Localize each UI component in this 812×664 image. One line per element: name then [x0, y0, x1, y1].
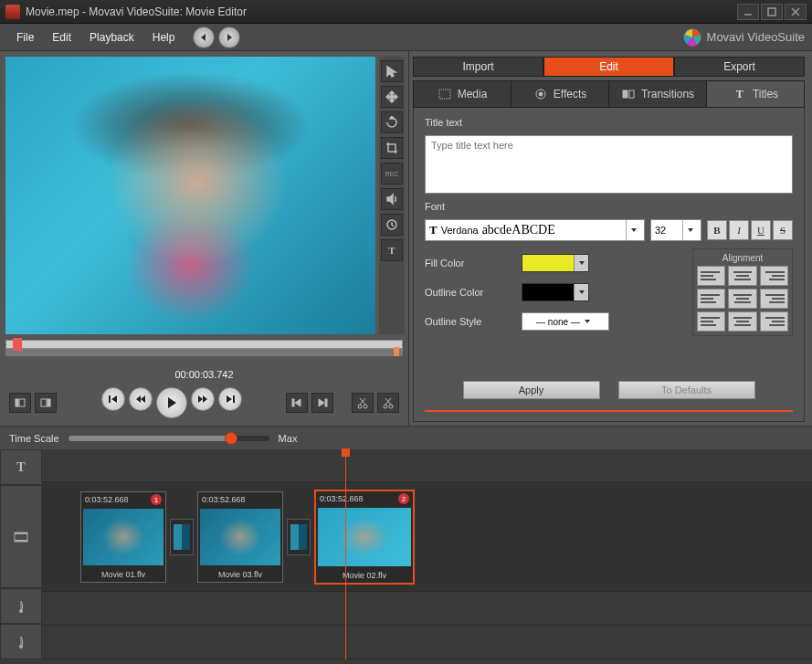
media-icon: [438, 87, 452, 101]
tab-import[interactable]: Import: [413, 57, 543, 77]
in-marker-icon[interactable]: [13, 338, 22, 351]
fill-color-swatch: [522, 255, 574, 271]
goto-start-button[interactable]: [101, 387, 125, 411]
underline-button[interactable]: U: [751, 220, 771, 240]
track-audio1-header[interactable]: [0, 588, 42, 624]
menu-edit[interactable]: Edit: [43, 27, 80, 47]
align-mid-left[interactable]: [697, 289, 725, 309]
svg-rect-12: [292, 399, 294, 406]
clip-thumbnail: [318, 508, 411, 566]
close-button[interactable]: [785, 4, 807, 20]
outline-style-value: — none —: [536, 317, 580, 327]
timescale-slider[interactable]: [69, 436, 269, 441]
tab-edit[interactable]: Edit: [543, 57, 674, 77]
duration-tool-icon[interactable]: [381, 214, 403, 236]
align-mid-right[interactable]: [760, 289, 788, 309]
crop-tool-icon[interactable]: [381, 137, 403, 159]
preview-frame: [5, 57, 375, 334]
menu-playback[interactable]: Playback: [80, 27, 143, 47]
preview-scrubber[interactable]: [5, 340, 403, 367]
brand: Movavi VideoSuite: [683, 28, 805, 47]
font-family-select[interactable]: T Verdana abcdeABCDE: [425, 219, 645, 241]
timeline-area[interactable]: 0:03:52.6681 Movie 01.flv 0:03:52.668 Mo…: [42, 449, 812, 659]
goto-end-button[interactable]: [218, 387, 242, 411]
dropdown-arrow-icon: [682, 220, 697, 240]
svg-rect-7: [19, 399, 25, 406]
clip-name: Movie 02.flv: [316, 568, 413, 583]
align-bot-right[interactable]: [760, 311, 788, 332]
clip-2[interactable]: 0:03:52.668 Movie 03.flv: [197, 491, 283, 583]
align-top-center[interactable]: [728, 266, 756, 286]
title-text-label: Title text: [425, 117, 793, 128]
subtab-media-label: Media: [458, 88, 488, 100]
track-title-header[interactable]: T: [0, 449, 42, 485]
preview-viewport[interactable]: [5, 57, 375, 334]
align-bot-left[interactable]: [697, 311, 725, 332]
outline-style-select[interactable]: — none —: [522, 312, 609, 331]
svg-rect-10: [109, 395, 111, 403]
apply-button[interactable]: Apply: [463, 381, 600, 399]
dropdown-arrow-icon: [574, 284, 588, 300]
subtab-media[interactable]: Media: [414, 81, 511, 107]
fill-color-picker[interactable]: [522, 254, 589, 272]
track-audio2-header[interactable]: [0, 624, 42, 659]
font-glyph-icon: T: [429, 223, 438, 237]
font-size-select[interactable]: 32: [650, 219, 701, 241]
clip-name: Movie 01.flv: [81, 567, 165, 582]
cut-button[interactable]: [377, 393, 399, 413]
step-back-button[interactable]: [129, 387, 153, 411]
svg-rect-1: [768, 8, 775, 16]
rotate-tool-icon[interactable]: [381, 111, 403, 133]
split-button[interactable]: [352, 393, 374, 413]
transition-2[interactable]: [287, 519, 311, 555]
italic-button[interactable]: I: [729, 220, 749, 240]
svg-rect-22: [629, 90, 634, 98]
align-mid-center[interactable]: [728, 289, 756, 309]
text-tool-icon[interactable]: T: [381, 239, 403, 261]
subtab-transitions[interactable]: Transitions: [609, 81, 707, 107]
redo-button[interactable]: [218, 26, 240, 48]
step-forward-button[interactable]: [191, 387, 215, 411]
play-button[interactable]: [156, 387, 187, 418]
mark-out-button[interactable]: [35, 393, 57, 413]
playhead[interactable]: [345, 449, 346, 659]
outline-color-picker[interactable]: [522, 283, 589, 301]
prev-frame-button[interactable]: [286, 393, 308, 413]
strikethrough-button[interactable]: S: [773, 220, 793, 240]
align-bot-center[interactable]: [728, 311, 756, 332]
mark-in-button[interactable]: [9, 393, 31, 413]
align-top-left[interactable]: [697, 266, 725, 286]
align-top-right[interactable]: [760, 266, 788, 286]
dropdown-arrow-icon: [580, 311, 595, 332]
svg-point-20: [539, 92, 543, 96]
record-tool-icon[interactable]: REC: [381, 163, 403, 184]
next-frame-button[interactable]: [311, 393, 333, 413]
minimize-button[interactable]: [737, 4, 759, 20]
slider-knob-icon[interactable]: [225, 432, 237, 445]
clip-3[interactable]: 0:03:52.6682 Movie 02.flv: [314, 490, 415, 585]
to-defaults-button[interactable]: To Defaults: [618, 381, 755, 399]
transition-1[interactable]: [170, 519, 194, 555]
outline-style-label: Outline Style: [425, 316, 512, 327]
out-marker-icon[interactable]: [394, 347, 399, 356]
menu-help[interactable]: Help: [143, 27, 185, 47]
svg-point-26: [19, 609, 23, 613]
move-tool-icon[interactable]: [381, 86, 403, 108]
subtab-titles[interactable]: TTitles: [707, 81, 804, 107]
track-video-header[interactable]: [0, 485, 42, 588]
clip-1[interactable]: 0:03:52.6681 Movie 01.flv: [80, 491, 166, 583]
tab-export[interactable]: Export: [674, 57, 805, 77]
clip-time: 0:03:52.668: [202, 495, 246, 504]
bold-button[interactable]: B: [707, 220, 727, 240]
pointer-tool-icon[interactable]: [381, 60, 403, 82]
svg-point-15: [364, 405, 367, 408]
maximize-button[interactable]: [761, 4, 783, 20]
dropdown-arrow-icon: [574, 255, 588, 271]
title-text-input[interactable]: [425, 135, 793, 194]
svg-rect-13: [325, 399, 327, 406]
subtab-effects[interactable]: Effects: [511, 81, 609, 107]
volume-tool-icon[interactable]: [381, 188, 403, 210]
menu-file[interactable]: File: [7, 27, 43, 47]
undo-button[interactable]: [193, 26, 215, 48]
alignment-group: Alignment: [692, 248, 793, 336]
